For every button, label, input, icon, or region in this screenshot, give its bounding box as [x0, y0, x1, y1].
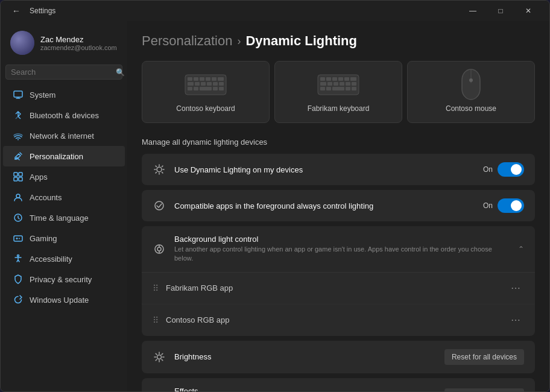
toggle1-thumb	[511, 164, 522, 175]
device-card-contoso-keyboard[interactable]: Contoso keyboard	[142, 61, 270, 123]
update-icon	[13, 294, 24, 305]
svg-rect-10	[14, 236, 22, 241]
sidebar-item-update[interactable]: Windows Update	[3, 289, 125, 310]
collapse-icon[interactable]: ⌃	[518, 245, 524, 253]
svg-rect-49	[346, 87, 350, 90]
effects-reset-button[interactable]: Reset for all devices	[444, 388, 524, 391]
svg-line-59	[162, 172, 163, 173]
toggle1-row[interactable]: Use Dynamic Lighting on my devices On	[142, 154, 535, 185]
sidebar-item-personalization-label: Personalization	[30, 152, 83, 161]
sidebar-item-network-label: Network & internet	[30, 131, 94, 141]
svg-rect-43	[340, 82, 344, 86]
system-icon	[13, 89, 24, 100]
sidebar-item-privacy-label: Privacy & security	[30, 275, 92, 284]
sidebar-item-system-label: System	[30, 90, 55, 100]
svg-line-73	[162, 359, 163, 361]
effects-row[interactable]: Effects Choose color themes and effects …	[142, 378, 535, 391]
fabrikam-keyboard-icon	[317, 71, 359, 98]
svg-rect-27	[219, 82, 224, 86]
sidebar-item-privacy[interactable]: Privacy & security	[3, 269, 125, 289]
drag-handle-fabrikam[interactable]: ⠿	[153, 283, 159, 293]
contoso-more-button[interactable]: ⋯	[507, 312, 524, 329]
sidebar-item-accounts-label: Accounts	[30, 193, 62, 202]
maximize-button[interactable]: □	[487, 1, 514, 21]
back-button[interactable]: ←	[8, 2, 25, 19]
breadcrumb-parent[interactable]: Personalization	[142, 33, 232, 49]
svg-point-64	[157, 247, 161, 251]
background-control-text: Background light control Let another app…	[174, 235, 510, 264]
window-title: Settings	[30, 7, 55, 15]
sidebar-item-system[interactable]: System	[3, 84, 125, 105]
background-control-row[interactable]: Background light control Let another app…	[142, 226, 535, 273]
fabrikam-more-button[interactable]: ⋯	[507, 280, 524, 297]
brightness-control: Reset for all devices	[444, 349, 524, 365]
brightness-icon	[153, 350, 166, 364]
toggle1-text: Use Dynamic Lighting on my devices	[174, 165, 475, 174]
title-bar: ← Settings — □ ✕	[1, 1, 549, 21]
sidebar-item-bluetooth[interactable]: Bluetooth & devices	[3, 105, 125, 125]
search-bar[interactable]: 🔍	[5, 65, 122, 80]
toggle1-switch[interactable]	[498, 162, 524, 177]
app-row-fabrikam: ⠿ Fabrikam RGB app ⋯	[142, 273, 535, 305]
search-input[interactable]	[11, 68, 112, 77]
toggle1-label: Use Dynamic Lighting on my devices	[174, 165, 475, 174]
sidebar-item-personalization[interactable]: Personalization	[3, 146, 125, 166]
svg-rect-0	[14, 91, 22, 97]
toggle2-control: On	[483, 198, 524, 213]
effects-card: Effects Choose color themes and effects …	[142, 378, 535, 391]
toggle2-row[interactable]: Compatible apps in the foreground always…	[142, 190, 535, 221]
accounts-icon	[13, 192, 24, 203]
drag-handle-contoso[interactable]: ⠿	[153, 315, 159, 325]
svg-line-58	[156, 166, 156, 166]
minimize-button[interactable]: —	[459, 1, 487, 21]
svg-rect-7	[19, 177, 22, 181]
svg-rect-30	[200, 87, 212, 90]
bluetooth-icon	[13, 110, 24, 121]
sidebar-item-accounts[interactable]: Accounts	[3, 187, 125, 207]
apps-icon	[13, 171, 24, 182]
svg-rect-38	[344, 77, 349, 81]
fabrikam-rgb-app-name: Fabrikam RGB app	[166, 283, 500, 292]
svg-rect-5	[19, 172, 22, 176]
svg-rect-45	[352, 82, 356, 86]
svg-line-75	[156, 359, 157, 361]
device-card-contoso-mouse[interactable]: Contoso mouse	[407, 61, 535, 123]
svg-rect-16	[188, 77, 192, 81]
sidebar-item-apps[interactable]: Apps	[3, 166, 125, 187]
device-card-fabrikam-keyboard[interactable]: Fabrikam keyboard	[274, 61, 402, 123]
background-control-card: Background light control Let another app…	[142, 226, 535, 336]
sidebar-item-update-label: Windows Update	[30, 296, 89, 305]
svg-rect-20	[212, 77, 217, 81]
svg-point-52	[469, 78, 473, 82]
svg-rect-22	[188, 82, 194, 86]
svg-point-14	[17, 255, 19, 257]
gaming-icon	[13, 233, 24, 244]
window-controls: — □ ✕	[459, 1, 542, 21]
svg-rect-48	[332, 87, 344, 90]
svg-rect-50	[352, 87, 356, 90]
svg-rect-40	[320, 82, 326, 86]
toggle2-switch[interactable]	[498, 198, 524, 213]
svg-rect-18	[200, 77, 204, 81]
brightness-reset-button[interactable]: Reset for all devices	[444, 349, 524, 365]
title-bar-left: ← Settings	[8, 2, 459, 19]
sidebar-item-gaming[interactable]: Gaming	[3, 228, 125, 248]
sidebar-item-accessibility[interactable]: Accessibility	[3, 248, 125, 269]
contoso-rgb-app-name: Contoso RGB app	[166, 315, 500, 324]
breadcrumb: Personalization › Dynamic Lighting	[142, 33, 535, 49]
brightness-text: Brightness	[174, 352, 436, 361]
brightness-row[interactable]: Brightness Reset for all devices	[142, 341, 535, 373]
svg-rect-44	[346, 82, 350, 86]
brightness-card: Brightness Reset for all devices	[142, 341, 535, 373]
contoso-keyboard-name: Contoso keyboard	[176, 104, 235, 113]
sidebar-item-network[interactable]: Network & internet	[3, 125, 125, 146]
sidebar-item-time-label: Time & language	[30, 213, 89, 223]
svg-rect-31	[213, 87, 218, 90]
sidebar-item-time[interactable]: Time & language	[3, 207, 125, 228]
user-profile[interactable]: Zac Mendez zacmendez@outlook.com	[1, 26, 127, 65]
background-control-desc: Let another app control lighting when an…	[174, 245, 510, 264]
svg-point-62	[155, 201, 163, 210]
close-button[interactable]: ✕	[514, 1, 542, 21]
svg-rect-29	[194, 87, 198, 90]
network-icon	[13, 130, 24, 141]
